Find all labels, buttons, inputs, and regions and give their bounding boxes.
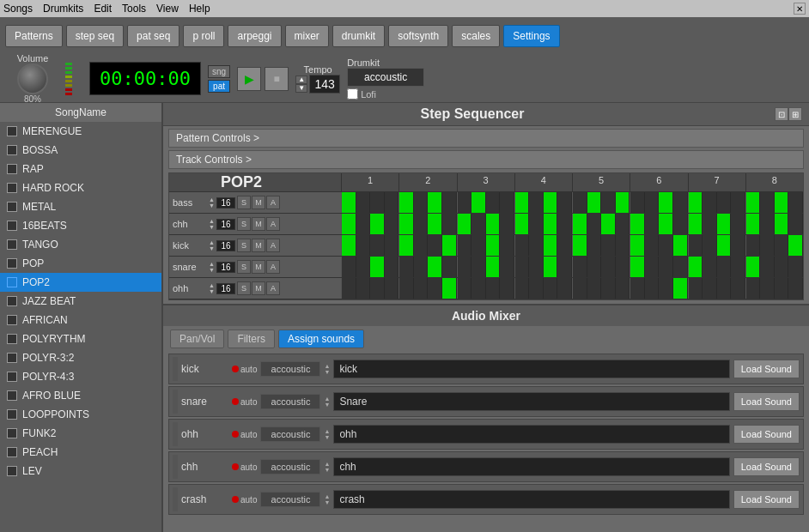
mixer-tab-assign-sounds[interactable]: Assign sounds	[278, 329, 364, 348]
step-cell[interactable]	[601, 192, 616, 213]
step-cell[interactable]	[673, 192, 688, 213]
step-cell[interactable]	[341, 214, 356, 234]
step-cell[interactable]	[673, 278, 688, 299]
step-cell[interactable]	[457, 257, 472, 277]
menu-view[interactable]: View	[156, 3, 179, 15]
track-arrow-down[interactable]: ▼	[209, 203, 215, 209]
step-cell[interactable]	[616, 257, 630, 277]
step-cell[interactable]	[745, 278, 761, 299]
smr-btn-a[interactable]: A	[266, 217, 280, 231]
step-cell[interactable]	[645, 214, 660, 234]
step-cell[interactable]	[414, 278, 429, 299]
close-button[interactable]: ✕	[794, 3, 806, 15]
smr-btn-m[interactable]: M	[252, 217, 265, 231]
step-cell[interactable]	[471, 257, 486, 277]
step-cell[interactable]	[673, 214, 688, 234]
step-cell[interactable]	[341, 278, 356, 299]
step-cell[interactable]	[544, 257, 558, 277]
step-cell[interactable]	[500, 192, 514, 213]
tab-arpeggi[interactable]: arpeggi	[228, 25, 281, 47]
step-cell[interactable]	[529, 214, 544, 234]
step-cell[interactable]	[760, 257, 775, 277]
step-cell[interactable]	[760, 214, 775, 234]
step-cell[interactable]	[557, 235, 572, 256]
menu-edit[interactable]: Edit	[94, 3, 112, 15]
channel-arrow-up[interactable]: ▲	[324, 396, 330, 402]
step-cell[interactable]	[385, 257, 399, 277]
step-cell[interactable]	[587, 235, 602, 256]
step-cell[interactable]	[645, 257, 660, 277]
step-cell[interactable]	[471, 235, 486, 256]
step-cell[interactable]	[544, 235, 558, 256]
step-cell[interactable]	[673, 257, 688, 277]
song-item[interactable]: POLYR-4:3	[0, 367, 161, 386]
step-cell[interactable]	[630, 257, 645, 277]
step-cell[interactable]	[775, 235, 789, 256]
channel-sound-name[interactable]: Snare	[333, 392, 729, 411]
song-item[interactable]: POLYR-3:2	[0, 348, 161, 367]
step-cell[interactable]	[572, 192, 587, 213]
step-cell[interactable]	[630, 235, 645, 256]
step-cell[interactable]	[442, 235, 457, 256]
smr-btn-m[interactable]: M	[252, 196, 265, 209]
step-cell[interactable]	[616, 278, 630, 299]
pattern-controls-bar[interactable]: Pattern Controls >	[168, 129, 804, 148]
step-cell[interactable]	[688, 214, 703, 234]
step-cell[interactable]	[688, 192, 703, 213]
step-cell[interactable]	[616, 235, 630, 256]
step-cell[interactable]	[414, 214, 429, 234]
load-sound-button[interactable]: Load Sound	[733, 490, 800, 509]
step-cell[interactable]	[616, 214, 630, 234]
step-cell[interactable]	[703, 192, 717, 213]
tempo-up-arrow[interactable]: ▲	[295, 76, 307, 84]
step-cell[interactable]	[428, 235, 442, 256]
step-cell[interactable]	[398, 257, 414, 277]
step-cell[interactable]	[385, 235, 399, 256]
step-cell[interactable]	[500, 214, 514, 234]
step-cell[interactable]	[703, 257, 717, 277]
step-cell[interactable]	[659, 278, 673, 299]
step-cell[interactable]	[398, 278, 414, 299]
step-cell[interactable]	[356, 257, 371, 277]
lofi-input[interactable]	[347, 88, 358, 100]
song-item[interactable]: LEV	[0, 462, 161, 481]
channel-arrow-up[interactable]: ▲	[324, 428, 330, 434]
step-cell[interactable]	[788, 235, 803, 256]
step-cell[interactable]	[587, 257, 602, 277]
pat-button[interactable]: pat	[208, 80, 230, 93]
step-cell[interactable]	[442, 278, 457, 299]
step-cell[interactable]	[428, 278, 442, 299]
channel-auto[interactable]: auto	[232, 430, 257, 439]
smr-btn-s[interactable]: S	[237, 239, 251, 252]
step-cell[interactable]	[544, 278, 558, 299]
step-cell[interactable]	[775, 257, 789, 277]
song-item[interactable]: METAL	[0, 197, 161, 216]
channel-arrow-down[interactable]: ▼	[324, 402, 330, 408]
step-cell[interactable]	[572, 214, 587, 234]
channel-sound-name[interactable]: chh	[333, 457, 729, 476]
step-cell[interactable]	[514, 214, 530, 234]
channel-sound-name[interactable]: ohh	[333, 425, 729, 444]
step-cell[interactable]	[601, 257, 616, 277]
load-sound-button[interactable]: Load Sound	[733, 392, 800, 411]
tab-step-seq[interactable]: step seq	[66, 25, 124, 47]
song-item[interactable]: HARD ROCK	[0, 178, 161, 197]
channel-sound-name[interactable]: kick	[333, 360, 729, 378]
song-item[interactable]: BOSSA	[0, 141, 161, 160]
song-item[interactable]: TANGO	[0, 235, 161, 254]
step-cell[interactable]	[370, 192, 385, 213]
smr-btn-s[interactable]: S	[237, 196, 251, 209]
step-cell[interactable]	[428, 257, 442, 277]
step-cell[interactable]	[557, 278, 572, 299]
channel-arrow-up[interactable]: ▲	[324, 363, 330, 369]
step-cell[interactable]	[731, 235, 745, 256]
step-cell[interactable]	[370, 214, 385, 234]
song-item[interactable]: LOOPPOINTS	[0, 405, 161, 424]
step-cell[interactable]	[486, 192, 501, 213]
smr-btn-m[interactable]: M	[252, 281, 265, 295]
step-cell[interactable]	[385, 214, 399, 234]
smr-btn-a[interactable]: A	[266, 196, 280, 209]
seq-resize-btn-2[interactable]: ⊞	[788, 107, 802, 121]
smr-btn-a[interactable]: A	[266, 239, 280, 252]
step-cell[interactable]	[587, 278, 602, 299]
